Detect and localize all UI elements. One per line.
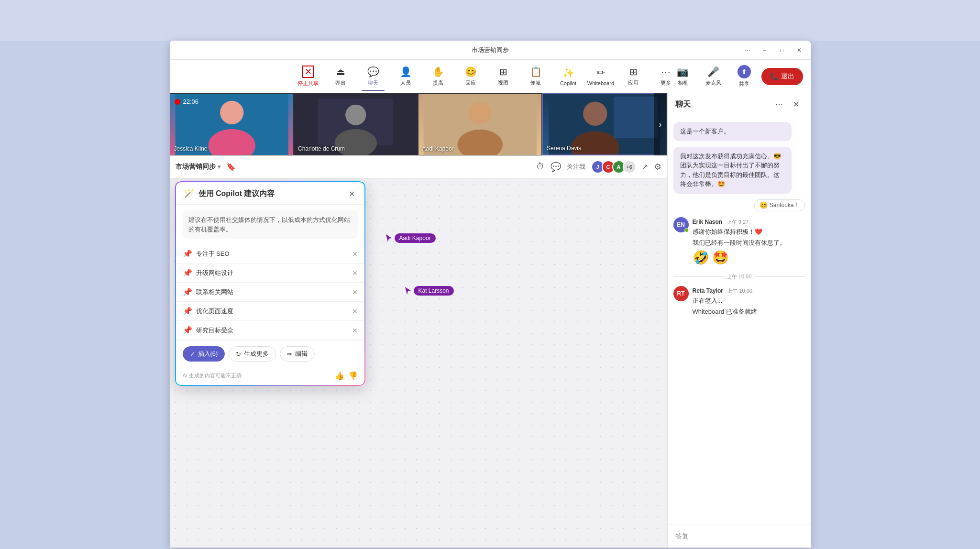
chat-message-1: 我对这次发布获得成功充满信心。😎 团队为实现这一目标付出了不懈的努力，他们是负责… [673, 147, 792, 194]
toolbar-stop-share[interactable]: ✕ 停止共享 [293, 62, 323, 91]
suggestion-emoji-2: 📌 [183, 287, 192, 296]
chat-panel: 聊天 ⋯ ✕ 这是一个新客户。 我对这次发布获得成功充满信心。😎 团队为实现这一… [667, 93, 811, 548]
chat-message-erik: EN Erik Nason 上午 9:27、 感谢你始终保持积极！❤️ 我们已经… [673, 217, 805, 265]
copilot-close-button[interactable]: ✕ [346, 188, 358, 199]
minimize-button[interactable]: − [758, 44, 771, 57]
suggestion-text-0: 专注于 SEO [196, 250, 230, 258]
name-tag-jessica: Jessica Kline [174, 145, 208, 152]
sender-badge: 😊 Santouka！ [754, 199, 805, 211]
more-button[interactable]: ⋯ [741, 44, 754, 57]
recording-dot [175, 99, 180, 105]
cursor-kat: Kat Larsson [404, 286, 454, 296]
toolbar-react[interactable]: 😊 回应 [455, 62, 486, 91]
chat-close-button[interactable]: ✕ [790, 98, 803, 111]
bottom-bar-right: ⏱ 💬 关注我 J C A +6 ↗ ⚙ [536, 160, 661, 174]
feedback-icons: 👍 👎 [335, 371, 358, 380]
video-strip: 22:06 Jessica Kline [170, 93, 667, 155]
copilot-label: Copilot [560, 80, 576, 86]
end-call-button[interactable]: 📞 退出 [761, 68, 803, 85]
edit-button[interactable]: ✏ 编辑 [280, 346, 315, 362]
settings-icon[interactable]: ⚙ [654, 162, 661, 172]
toolbar-notes[interactable]: 📋 便笺 [520, 62, 551, 91]
svg-point-1 [220, 101, 243, 124]
suggestion-item-3[interactable]: 📌 优化页面速度 ✕ [175, 302, 365, 321]
chat-text-reta-1: 正在签入... [693, 296, 805, 306]
window-title: 市场营销同步 [472, 46, 509, 55]
timer-icon[interactable]: ⏱ [536, 162, 545, 172]
window-controls: ⋯ − □ ✕ [741, 44, 806, 57]
main-window: 市场营销同步 ⋯ − □ ✕ ✕ 停止共享 ⏏ 弹出 💬 聊天 👤 人员 ✋ 提 [170, 41, 811, 548]
suggestion-close-3[interactable]: ✕ [352, 307, 358, 315]
chat-more-button[interactable]: ⋯ [772, 98, 786, 111]
bookmark-icon[interactable]: 🔖 [226, 162, 236, 171]
toolbar-copilot[interactable]: ✨ Copilot [553, 62, 584, 91]
suggestion-close-0[interactable]: ✕ [352, 250, 358, 258]
chat-message-0: 这是一个新客户。 [673, 122, 792, 141]
generate-more-button[interactable]: ↻ 生成更多 [229, 346, 276, 362]
suggestion-item-2[interactable]: 📌 联系相关网站 ✕ [175, 283, 365, 302]
copilot-icon: ✨ [562, 67, 574, 78]
copilot-header: 🪄 使用 Copilot 建议内容 ✕ [175, 181, 365, 205]
suggestion-item-1[interactable]: 📌 升级网站设计 ✕ [175, 264, 365, 283]
video-card-aadi: Aadi Kapoor [418, 93, 542, 155]
meeting-title: 市场营销同步 ▾ [176, 163, 220, 171]
whiteboard-canvas[interactable]: Jessica Kline Aadi Kapoor Kat Larsson [170, 178, 667, 548]
reply-label: 答复 [675, 532, 689, 541]
insert-label: 插入(6) [198, 350, 218, 358]
sender-badge-text: Santouka！ [770, 201, 800, 209]
toolbar-view[interactable]: ⊞ 视图 [488, 62, 518, 91]
maximize-button[interactable]: □ [775, 44, 789, 57]
meeting-dropdown-icon[interactable]: ▾ [218, 164, 220, 170]
sender-name-reta: Reta Taylor [693, 287, 723, 294]
chat-bubble-icon[interactable]: 💬 [551, 162, 561, 172]
thumbs-down-icon[interactable]: 👎 [348, 371, 358, 380]
end-call-label: 退出 [781, 72, 794, 81]
view-icon: ⊞ [499, 66, 507, 77]
insert-button[interactable]: ✓ 插入(6) [183, 346, 225, 362]
toolbar-right: 📷 相机 🎤 麦克风 ⬆ 共享 📞 退出 [670, 62, 803, 91]
chat-message-reta: RT Reta Taylor 上午 10:00、 正在签入... Whitebo… [673, 286, 805, 317]
avatar-erik: EN [673, 217, 689, 232]
toolbar-eject[interactable]: ⏏ 弹出 [325, 62, 356, 91]
close-button[interactable]: ✕ [793, 44, 806, 57]
copilot-title-row: 🪄 使用 Copilot 建议内容 [183, 188, 275, 199]
copilot-description: 建议在不使用社交媒体的情况下，以低成本的方式优化网站的有机覆盖率。 [183, 210, 358, 239]
toolbar-mic[interactable]: 🎤 麦克风 [700, 62, 727, 91]
avatar-plus: +6 [623, 160, 636, 174]
suggestion-close-2[interactable]: ✕ [352, 288, 358, 296]
toolbar-camera[interactable]: 📷 相机 [670, 62, 696, 91]
raise-label: 提高 [433, 79, 443, 87]
chat-message-1-text: 我对这次发布获得成功充满信心。😎 团队为实现这一目标付出了不懈的努力，他们是负责… [680, 153, 781, 188]
toolbar-share[interactable]: ⬆ 共享 [731, 62, 758, 91]
video-card-charlotte: Charlotte de Crum [294, 93, 418, 155]
share-label: 共享 [739, 80, 749, 88]
suggestion-close-1[interactable]: ✕ [352, 269, 358, 277]
share-icon-bar[interactable]: ↗ [642, 162, 648, 171]
avatar-reta: RT [673, 286, 689, 301]
cursor-badge-kat: Kat Larsson [414, 286, 454, 296]
suggestion-close-4[interactable]: ✕ [352, 327, 358, 334]
follow-me-label[interactable]: 关注我 [567, 163, 585, 171]
thumbs-up-icon[interactable]: 👍 [335, 371, 344, 380]
toolbar-people[interactable]: 👤 人员 [390, 62, 421, 91]
chat-messages: 这是一个新客户。 我对这次发布获得成功充满信心。😎 团队为实现这一目标付出了不懈… [668, 116, 811, 525]
toolbar: ✕ 停止共享 ⏏ 弹出 💬 聊天 👤 人员 ✋ 提高 😊 回应 ⊞ 视图 [170, 60, 811, 93]
toolbar-raise[interactable]: ✋ 提高 [423, 62, 453, 91]
mic-label: 麦克风 [705, 79, 721, 87]
msg-content-reta: Reta Taylor 上午 10:00、 正在签入... Whiteboard… [693, 286, 805, 317]
copilot-footer: AI 生成的内容可能不正确 👍 👎 [175, 367, 365, 386]
suggestion-item-4[interactable]: 📌 研究目标受众 ✕ [175, 321, 365, 340]
chat-header: 聊天 ⋯ ✕ [668, 93, 811, 116]
suggestion-text-4: 研究目标受众 [196, 326, 233, 335]
suggestion-item-0[interactable]: 📌 专注于 SEO ✕ [175, 244, 365, 264]
toolbar-chat[interactable]: 💬 聊天 [358, 62, 388, 91]
svg-point-12 [583, 102, 607, 126]
whiteboard-label: Whiteboard [587, 80, 614, 86]
chat-reply-area[interactable]: 答复 [668, 525, 811, 548]
generate-icon: ↻ [236, 351, 241, 358]
edit-icon: ✏ [287, 351, 292, 358]
toolbar-apps[interactable]: ⊞ 应用 [618, 62, 649, 91]
video-nav-next[interactable]: › [654, 93, 667, 155]
toolbar-whiteboard[interactable]: ✏ Whiteboard [585, 62, 616, 91]
mic-icon: 🎤 [707, 66, 719, 77]
